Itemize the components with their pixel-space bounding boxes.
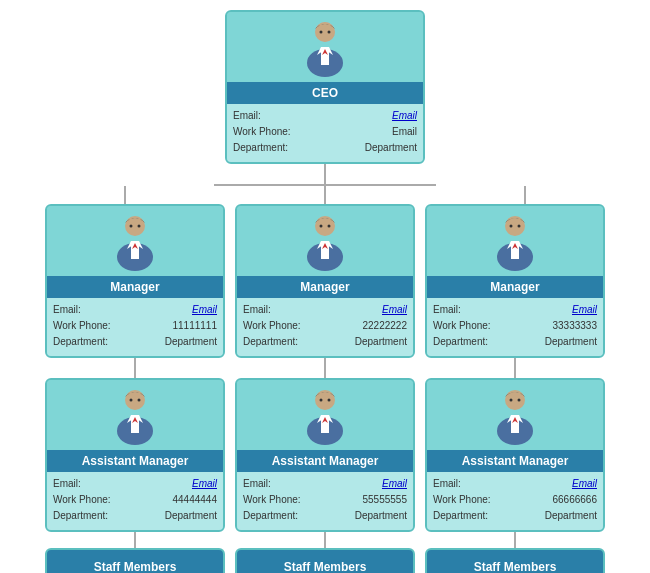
mgr1-vline-top bbox=[124, 186, 126, 204]
manager2-col: Manager Email: Email Work Phone: 2222222… bbox=[235, 204, 415, 573]
asst2-vline-bot bbox=[324, 532, 326, 548]
asst2-avatar bbox=[237, 380, 413, 450]
ceo-card: CEO Email: Email Work Phone: Email Depar… bbox=[225, 10, 425, 164]
ceo-phone-label: Work Phone: bbox=[233, 124, 291, 140]
svg-point-35 bbox=[328, 399, 331, 402]
ceo-vline bbox=[324, 164, 326, 184]
mgr1-vline-bot bbox=[134, 358, 136, 378]
asst3-icon bbox=[489, 387, 541, 447]
manager2-info: Email: Email Work Phone: 22222222 Depart… bbox=[237, 298, 413, 356]
ceo-level: CEO Email: Email Work Phone: Email Depar… bbox=[15, 10, 635, 204]
svg-point-8 bbox=[328, 31, 331, 34]
asst1-avatar bbox=[47, 380, 223, 450]
svg-point-6 bbox=[315, 22, 335, 42]
manager2-icon bbox=[299, 213, 351, 273]
svg-point-11 bbox=[138, 225, 141, 228]
asst1-vline-bot bbox=[134, 532, 136, 548]
manager1-avatar bbox=[47, 206, 223, 276]
ceo-dept-label: Department: bbox=[233, 140, 288, 156]
ceo-title: CEO bbox=[227, 82, 423, 104]
ceo-phone-value: Email bbox=[392, 124, 417, 140]
manager3-card: Manager Email: Email Work Phone: 3333333… bbox=[425, 204, 605, 358]
manager-drops bbox=[15, 186, 635, 204]
svg-point-42 bbox=[510, 225, 513, 228]
svg-point-41 bbox=[505, 216, 525, 236]
svg-point-7 bbox=[320, 31, 323, 34]
manager3-info: Email: Email Work Phone: 33333333 Depart… bbox=[427, 298, 603, 356]
svg-point-25 bbox=[315, 216, 335, 236]
svg-point-33 bbox=[315, 390, 335, 410]
manager3-icon bbox=[489, 213, 541, 273]
ceo-email-row: Email: Email bbox=[233, 108, 417, 124]
ceo-avatar bbox=[227, 12, 423, 82]
manager2-card: Manager Email: Email Work Phone: 2222222… bbox=[235, 204, 415, 358]
manager3-title: Manager bbox=[427, 276, 603, 298]
asst1-info: Email: Email Work Phone: 44444444 Depart… bbox=[47, 472, 223, 530]
org-chart: CEO Email: Email Work Phone: Email Depar… bbox=[10, 10, 640, 573]
svg-point-51 bbox=[518, 399, 521, 402]
staff3-card: Staff Members bbox=[425, 548, 605, 573]
svg-point-10 bbox=[130, 225, 133, 228]
manager2-avatar bbox=[237, 206, 413, 276]
ceo-info: Email: Email Work Phone: Email Departmen… bbox=[227, 104, 423, 162]
svg-point-19 bbox=[138, 399, 141, 402]
manager1-title: Manager bbox=[47, 276, 223, 298]
asst3-title: Assistant Manager bbox=[427, 450, 603, 472]
asst2-title: Assistant Manager bbox=[237, 450, 413, 472]
asst3-avatar bbox=[427, 380, 603, 450]
manager3-avatar bbox=[427, 206, 603, 276]
staff2-card: Staff Members bbox=[235, 548, 415, 573]
asst1-icon bbox=[109, 387, 161, 447]
asst1-card: Assistant Manager Email: Email Work Phon… bbox=[45, 378, 225, 532]
svg-point-43 bbox=[518, 225, 521, 228]
svg-point-18 bbox=[130, 399, 133, 402]
manager1-info: Email: Email Work Phone: 11111111 Depart… bbox=[47, 298, 223, 356]
ceo-dept-row: Department: Department bbox=[233, 140, 417, 156]
svg-point-9 bbox=[125, 216, 145, 236]
ceo-dept-value: Department bbox=[365, 140, 417, 156]
manager2-title: Manager bbox=[237, 276, 413, 298]
mgr3-vline-bot bbox=[514, 358, 516, 378]
ceo-email-label: Email: bbox=[233, 108, 261, 124]
staff1-card: Staff Members bbox=[45, 548, 225, 573]
manager1-card: Manager Email: Email Work Phone: 1111111… bbox=[45, 204, 225, 358]
svg-point-50 bbox=[510, 399, 513, 402]
mgr2-vline-top bbox=[324, 186, 326, 204]
svg-point-27 bbox=[328, 225, 331, 228]
svg-point-34 bbox=[320, 399, 323, 402]
manager1-icon bbox=[109, 213, 161, 273]
asst2-info: Email: Email Work Phone: 55555555 Depart… bbox=[237, 472, 413, 530]
ceo-phone-row: Work Phone: Email bbox=[233, 124, 417, 140]
svg-point-49 bbox=[505, 390, 525, 410]
asst3-info: Email: Email Work Phone: 66666666 Depart… bbox=[427, 472, 603, 530]
manager1-col: Manager Email: Email Work Phone: 1111111… bbox=[45, 204, 225, 573]
asst2-icon bbox=[299, 387, 351, 447]
asst3-card: Assistant Manager Email: Email Work Phon… bbox=[425, 378, 605, 532]
svg-point-17 bbox=[125, 390, 145, 410]
mgr2-vline-bot bbox=[324, 358, 326, 378]
asst2-card: Assistant Manager Email: Email Work Phon… bbox=[235, 378, 415, 532]
ceo-email-value: Email bbox=[392, 108, 417, 124]
asst1-title: Assistant Manager bbox=[47, 450, 223, 472]
ceo-person-icon bbox=[299, 19, 351, 79]
asst3-vline-bot bbox=[514, 532, 516, 548]
mgr3-vline-top bbox=[524, 186, 526, 204]
manager3-col: Manager Email: Email Work Phone: 3333333… bbox=[425, 204, 605, 573]
manager-level: Manager Email: Email Work Phone: 1111111… bbox=[45, 204, 605, 573]
svg-point-26 bbox=[320, 225, 323, 228]
